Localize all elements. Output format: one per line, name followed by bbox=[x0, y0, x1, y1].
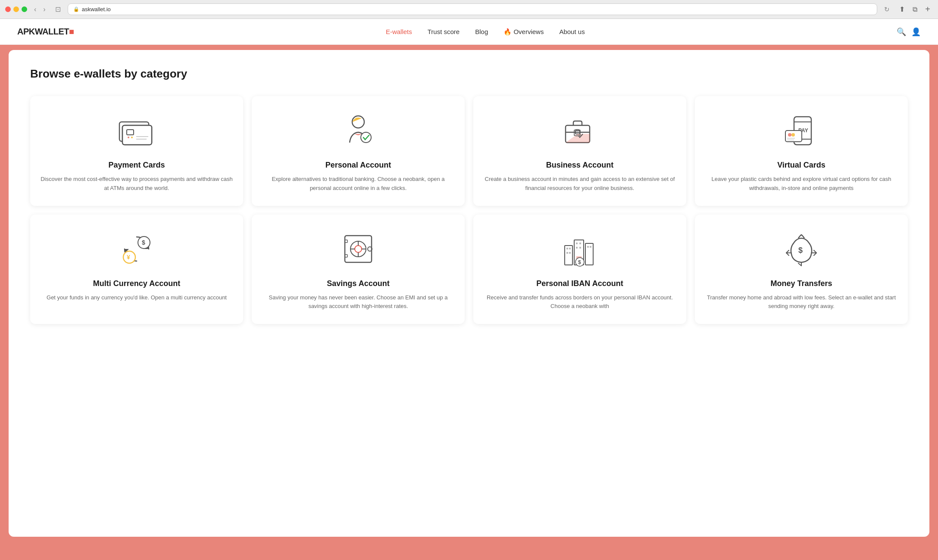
card-savings-account[interactable]: Savings Account Saving your money has ne… bbox=[252, 215, 465, 324]
sidebar-button[interactable]: ⊡ bbox=[53, 4, 63, 14]
share-button[interactable]: ⬆ bbox=[897, 3, 907, 15]
nav-trust-score[interactable]: Trust score bbox=[428, 28, 460, 35]
lock-icon: 🔒 bbox=[73, 6, 79, 12]
money-transfers-desc: Transfer money home and abroad with low … bbox=[705, 293, 897, 311]
personal-account-desc: Explore alternatives to traditional bank… bbox=[262, 175, 454, 193]
card-multi-currency[interactable]: $ ¥ Multi Currency Account Get your fund… bbox=[30, 215, 243, 324]
money-transfers-title: Money Transfers bbox=[770, 279, 832, 288]
svg-rect-40 bbox=[585, 243, 593, 265]
site-header: APKWALLET■ E-wallets Trust score Blog 🔥 … bbox=[0, 19, 938, 45]
personal-account-icon bbox=[337, 109, 380, 152]
user-button[interactable]: 👤 bbox=[911, 27, 921, 37]
search-button[interactable]: 🔍 bbox=[897, 27, 906, 37]
svg-rect-46 bbox=[579, 243, 581, 244]
svg-rect-47 bbox=[576, 247, 578, 249]
svg-point-19 bbox=[791, 133, 795, 137]
nav-overviews[interactable]: 🔥 Overviews bbox=[503, 28, 544, 35]
card-payment-cards[interactable]: Payment Cards Discover the most cost-eff… bbox=[30, 96, 243, 206]
section-title: Browse e-wallets by category bbox=[30, 67, 908, 81]
tab-overview-button[interactable]: ⧉ bbox=[910, 4, 920, 15]
personal-iban-icon: $ bbox=[558, 227, 601, 271]
nav-blog[interactable]: Blog bbox=[475, 28, 488, 35]
business-account-icon bbox=[558, 109, 601, 152]
svg-text:$: $ bbox=[798, 246, 803, 255]
payment-cards-icon bbox=[115, 109, 158, 152]
card-virtual-cards[interactable]: PAY Virtual Cards Leave your plastic car… bbox=[695, 96, 908, 206]
browser-chrome: ‹ › ⊡ 🔒 askwallet.io ↻ ⬆ ⧉ + bbox=[0, 0, 938, 19]
svg-text:$: $ bbox=[578, 259, 581, 265]
maximize-button[interactable] bbox=[22, 6, 27, 12]
reload-button[interactable]: ↻ bbox=[882, 5, 892, 14]
svg-rect-48 bbox=[579, 247, 581, 249]
cards-grid-row2: $ ¥ Multi Currency Account Get your fund… bbox=[30, 215, 908, 324]
card-personal-iban[interactable]: $ Personal IBAN Account Receive and tran… bbox=[473, 215, 686, 324]
add-tab-button[interactable]: + bbox=[922, 4, 933, 14]
multi-currency-desc: Get your funds in any currency you'd lik… bbox=[47, 293, 227, 302]
svg-rect-49 bbox=[587, 246, 589, 248]
minimize-button[interactable] bbox=[13, 6, 19, 12]
business-account-desc: Create a business account in minutes and… bbox=[484, 175, 676, 193]
savings-account-icon bbox=[337, 227, 380, 271]
multi-currency-title: Multi Currency Account bbox=[93, 279, 180, 288]
savings-account-title: Savings Account bbox=[327, 279, 389, 288]
back-button[interactable]: ‹ bbox=[31, 5, 39, 14]
nav-ewallets[interactable]: E-wallets bbox=[386, 28, 412, 35]
virtual-cards-icon: PAY bbox=[780, 109, 823, 152]
card-personal-account[interactable]: Personal Account Explore alternatives to… bbox=[252, 96, 465, 206]
svg-point-4 bbox=[128, 137, 129, 138]
svg-text:$: $ bbox=[142, 239, 145, 246]
svg-point-5 bbox=[131, 137, 133, 138]
main-nav: E-wallets Trust score Blog 🔥 Overviews A… bbox=[386, 28, 585, 36]
browser-actions: ⬆ ⧉ + bbox=[897, 3, 933, 15]
traffic-lights bbox=[5, 6, 27, 12]
payment-cards-desc: Discover the most cost-effective way to … bbox=[41, 175, 233, 193]
forward-button[interactable]: › bbox=[41, 5, 48, 14]
svg-rect-38 bbox=[565, 246, 572, 265]
svg-text:¥: ¥ bbox=[127, 254, 130, 261]
business-account-title: Business Account bbox=[546, 161, 613, 170]
header-icons: 🔍 👤 bbox=[897, 27, 921, 37]
svg-point-30 bbox=[355, 246, 362, 252]
logo-accent: ■ bbox=[69, 27, 74, 36]
nav-arrows: ‹ › bbox=[31, 5, 48, 14]
virtual-cards-desc: Leave your plastic cards behind and expl… bbox=[705, 175, 897, 193]
url-text: askwallet.io bbox=[82, 6, 111, 12]
svg-rect-50 bbox=[590, 246, 591, 248]
personal-account-title: Personal Account bbox=[325, 161, 391, 170]
savings-account-desc: Saving your money has never been easier.… bbox=[262, 293, 454, 311]
main-content: Browse e-wallets by category bbox=[9, 50, 929, 537]
personal-iban-desc: Receive and transfer funds across border… bbox=[484, 293, 676, 311]
nav-about[interactable]: About us bbox=[559, 28, 585, 35]
close-button[interactable] bbox=[5, 6, 11, 12]
money-transfers-icon: $ bbox=[780, 227, 823, 271]
multi-currency-icon: $ ¥ bbox=[115, 227, 158, 271]
svg-line-56 bbox=[798, 263, 801, 266]
svg-point-9 bbox=[361, 132, 371, 143]
svg-rect-42 bbox=[569, 248, 571, 249]
site-logo[interactable]: APKWALLET■ bbox=[17, 27, 74, 37]
svg-rect-43 bbox=[566, 252, 568, 254]
payment-cards-title: Payment Cards bbox=[108, 161, 165, 170]
card-money-transfers[interactable]: $ Money Transfers Transfer money home an… bbox=[695, 215, 908, 324]
svg-rect-44 bbox=[569, 252, 571, 254]
svg-point-18 bbox=[788, 133, 791, 137]
address-bar[interactable]: 🔒 askwallet.io bbox=[68, 3, 878, 15]
virtual-cards-title: Virtual Cards bbox=[777, 161, 825, 170]
personal-iban-title: Personal IBAN Account bbox=[536, 279, 623, 288]
cards-grid-row1: Payment Cards Discover the most cost-eff… bbox=[30, 96, 908, 206]
svg-rect-45 bbox=[576, 243, 578, 244]
card-business-account[interactable]: Business Account Create a business accou… bbox=[473, 96, 686, 206]
svg-rect-41 bbox=[566, 248, 568, 249]
